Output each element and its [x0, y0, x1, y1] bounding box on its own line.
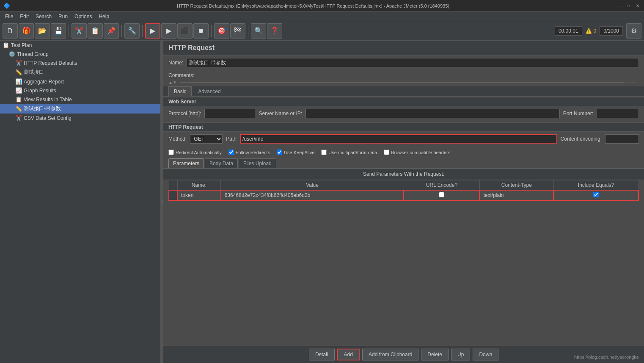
path-label: Path	[226, 136, 237, 142]
protocol-label: Protocol [http]:	[168, 111, 201, 116]
protocol-input[interactable]	[204, 109, 255, 118]
sidebar-item-graph-results[interactable]: 📈 Graph Results	[0, 86, 160, 95]
menu-options[interactable]: Options	[71, 13, 95, 20]
sidebar-item-view-results[interactable]: 📋 View Results in Table	[0, 95, 160, 104]
server-input[interactable]	[305, 109, 560, 118]
web-server-form: Protocol [http]: Server Name or IP: Port…	[163, 106, 644, 122]
sidebar-item-label: Test Plan	[11, 42, 32, 48]
send-params-header: Send Parameters With the Request:	[163, 169, 644, 180]
separator-2	[121, 25, 122, 37]
checkbox-keepalive[interactable]: Use KeepAlive	[277, 150, 314, 155]
col-include-equals: Include Equals?	[553, 180, 638, 191]
url-encode-checkbox[interactable]	[439, 192, 444, 197]
run-button[interactable]: ▶	[145, 23, 160, 39]
minimize-button[interactable]: —	[616, 3, 622, 9]
menu-search[interactable]: Search	[32, 13, 55, 20]
maximize-button[interactable]: □	[625, 3, 631, 9]
function-helper-button[interactable]: 🔍	[251, 23, 266, 39]
comments-row: Comments:	[168, 72, 639, 78]
shutdown-button[interactable]: ⏺	[193, 23, 209, 39]
method-select[interactable]: GET POST PUT DELETE	[190, 134, 223, 144]
template-button[interactable]: 🎁	[19, 23, 34, 39]
col-value: Value	[221, 180, 404, 191]
param-value[interactable]: 636468d2e72c434f8b62ffd405eb6d2b	[221, 190, 404, 200]
follow-label: Follow Redirects	[236, 150, 270, 155]
param-name[interactable]: token	[177, 190, 221, 200]
help-button[interactable]: ❓	[267, 23, 282, 39]
open-button[interactable]: 📂	[35, 23, 50, 39]
redirect-checkbox[interactable]	[168, 150, 174, 155]
sidebar-item-label: 测试接口-带参数	[24, 105, 61, 112]
delete-button[interactable]: Delete	[421, 349, 449, 360]
include-equals-checkbox[interactable]	[593, 192, 599, 197]
param-content-type[interactable]: text/plain	[479, 190, 553, 200]
close-button[interactable]: ✕	[635, 3, 641, 9]
detail-button[interactable]: Detail	[309, 349, 335, 360]
table-row[interactable]: token 636468d2e72c434f8b62ffd405eb6d2b t…	[169, 190, 638, 200]
paste-button[interactable]: 📌	[104, 23, 119, 39]
menu-help[interactable]: Help	[95, 13, 113, 20]
expand-button[interactable]: 🔧	[124, 23, 140, 39]
browser-compat-label: Browser-compatible headers	[391, 150, 450, 155]
add-from-clipboard-button[interactable]: Add from Clipboard	[362, 349, 418, 360]
stop-button[interactable]: ⬛	[177, 23, 193, 39]
param-include-equals[interactable]	[553, 190, 638, 200]
menu-edit[interactable]: Edit	[17, 13, 32, 20]
counter-display: 0/1000	[600, 26, 623, 36]
down-button[interactable]: Down	[473, 349, 498, 360]
test-api-params-icon: ✏️	[15, 105, 22, 112]
inner-tab-parameters[interactable]: Parameters	[168, 158, 204, 168]
sidebar-item-test-plan[interactable]: 📋 Test Plan	[0, 41, 160, 50]
toolbar-right: 00:00:01 ⚠️ 0 0/1000 ⚙	[555, 23, 641, 39]
menu-file[interactable]: File	[2, 13, 17, 20]
inner-tab-bar: Parameters Body Data Files Upload	[163, 157, 644, 169]
redirect-label: Redirect Automatically	[176, 150, 222, 155]
sidebar-item-label: View Results in Table	[24, 97, 72, 103]
add-button[interactable]: Add	[337, 349, 360, 360]
params-table: Name: Value URL Encode? Content-Type Inc…	[168, 180, 639, 201]
path-input[interactable]	[240, 134, 557, 144]
sidebar-item-csv-config[interactable]: ✂️ CSV Data Set Config	[0, 114, 160, 122]
name-section: Name:	[163, 55, 644, 72]
menu-run[interactable]: Run	[55, 13, 71, 20]
checkbox-browser-compat[interactable]: Browser-compatible headers	[384, 150, 450, 155]
checkbox-follow[interactable]: Follow Redirects	[228, 150, 270, 155]
comments-area: Comments: ▲▼ ⋯⋯⋯	[163, 72, 644, 86]
cut-button[interactable]: ✂️	[72, 23, 87, 39]
remote-start-button[interactable]: 🎯	[214, 23, 229, 39]
content-encoding-input[interactable]	[605, 134, 639, 144]
inner-tab-files-upload[interactable]: Files Upload	[239, 158, 276, 168]
sidebar-item-thread-group[interactable]: ⚙️ Thread Group	[0, 50, 160, 58]
inner-tab-body-data[interactable]: Body Data	[205, 158, 238, 168]
tab-basic[interactable]: Basic	[168, 86, 192, 97]
multipart-checkbox[interactable]	[321, 150, 327, 155]
follow-checkbox[interactable]	[228, 150, 234, 155]
sidebar: 📋 Test Plan ⚙️ Thread Group ✂️ HTTP Requ…	[0, 41, 161, 363]
sidebar-item-http-defaults[interactable]: ✂️ HTTP Request Defaults	[0, 58, 160, 67]
checkbox-redirect[interactable]: Redirect Automatically	[168, 150, 222, 155]
checkbox-multipart[interactable]: Use multipart/form-data	[321, 150, 377, 155]
new-button[interactable]: 🗋	[3, 23, 18, 39]
sidebar-item-aggregate[interactable]: 📊 Aggregate Report	[0, 77, 160, 86]
tab-advanced[interactable]: Advanced	[193, 86, 226, 96]
remote-stop-button[interactable]: 🏁	[230, 23, 245, 39]
port-input[interactable]	[597, 109, 639, 118]
multipart-label: Use multipart/form-data	[328, 150, 377, 155]
row-number	[169, 190, 177, 200]
sidebar-item-test-api-params[interactable]: ✏️ 测试接口-带参数	[0, 104, 160, 114]
sidebar-item-test-api[interactable]: ✏️ 测试接口	[0, 67, 160, 77]
save-button[interactable]: 💾	[51, 23, 66, 39]
table-header-row: Name: Value URL Encode? Content-Type Inc…	[169, 180, 638, 191]
settings-button[interactable]: ⚙	[626, 23, 641, 39]
port-label: Port Number:	[563, 111, 593, 116]
start-no-pauses-button[interactable]: ▶	[161, 23, 176, 39]
expand-arrows: ▲▼	[168, 80, 177, 85]
up-button[interactable]: Up	[451, 349, 470, 360]
copy-button[interactable]: 📋	[88, 23, 103, 39]
name-input[interactable]	[187, 58, 639, 67]
browser-compat-checkbox[interactable]	[384, 150, 389, 155]
keepalive-checkbox[interactable]	[277, 150, 282, 155]
title-icon: 🔷	[3, 3, 10, 9]
param-url-encode[interactable]	[404, 190, 479, 200]
csv-config-icon: ✂️	[15, 115, 22, 121]
